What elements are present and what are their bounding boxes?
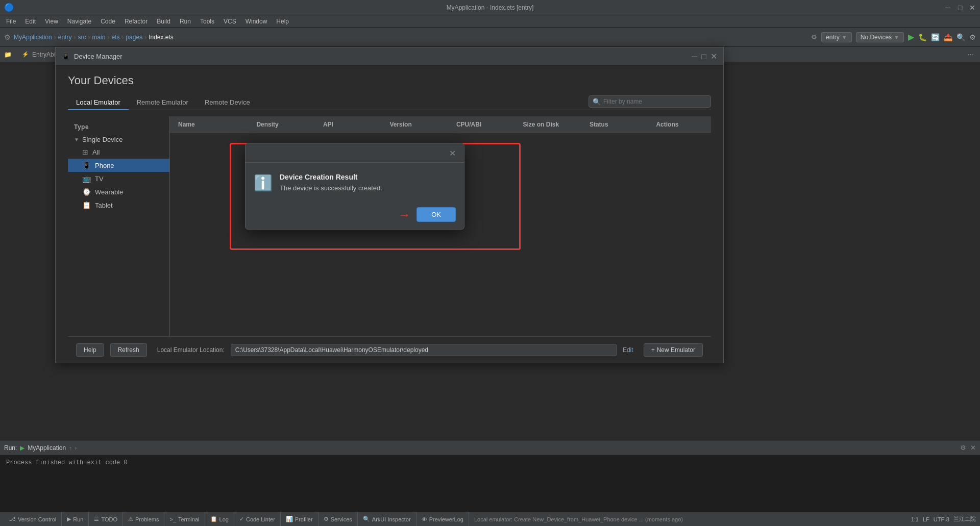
status-tab-todo[interactable]: ☰ TODO: [89, 512, 123, 526]
run-chevron-right-icon[interactable]: ›: [75, 445, 77, 451]
status-tab-previewer-log[interactable]: 👁 PreviewerLog: [416, 512, 469, 526]
title-bar-left: 🔵: [4, 3, 14, 12]
dialog-ok-button[interactable]: OK: [416, 207, 456, 222]
dm-tabs-area: Local Emulator Remote Emulator Remote De…: [68, 95, 711, 116]
arkui-inspector-label: ArkUI Inspector: [372, 516, 411, 522]
run-button[interactable]: ▶: [908, 32, 914, 42]
breadcrumb-src[interactable]: src: [78, 34, 86, 41]
breadcrumb-ets[interactable]: ets: [111, 34, 119, 41]
status-tab-problems[interactable]: ⚠ Problems: [123, 512, 164, 526]
edit-location-button[interactable]: Edit: [623, 346, 633, 354]
run-up-icon[interactable]: ↑: [69, 445, 72, 451]
device-selector-dropdown[interactable]: entry ▼: [821, 32, 852, 42]
menu-help[interactable]: Help: [272, 17, 293, 26]
run-header-right: ⚙ ✕: [960, 444, 976, 452]
col-actions: Actions: [652, 121, 707, 128]
maximize-button[interactable]: □: [957, 4, 964, 11]
profiler-icon: 📊: [286, 516, 293, 522]
breadcrumb-sep6: ›: [144, 34, 146, 41]
previewer-log-icon: 👁: [422, 516, 427, 522]
menu-file[interactable]: File: [2, 17, 20, 26]
run-play-icon[interactable]: ▶: [20, 444, 24, 452]
phone-icon: 📱: [82, 161, 91, 169]
tab-local-emulator[interactable]: Local Emulator: [68, 95, 129, 110]
menu-refactor[interactable]: Refactor: [120, 17, 152, 26]
settings-icon[interactable]: ⚙: [811, 33, 817, 41]
run-settings-icon[interactable]: ⚙: [960, 444, 966, 452]
tab-remote-device[interactable]: Remote Device: [197, 95, 258, 110]
col-api: API: [319, 121, 386, 128]
run-status-label: Run: [73, 516, 83, 522]
menu-code[interactable]: Code: [96, 17, 119, 26]
run-app-name: MyApplication: [28, 444, 66, 452]
sync-icon[interactable]: 🔄: [931, 33, 940, 41]
breadcrumb-sep3: ›: [88, 34, 90, 41]
filter-wrap: 🔍: [589, 95, 711, 108]
status-tab-services[interactable]: ⚙ Services: [318, 512, 358, 526]
breadcrumb-main[interactable]: main: [92, 34, 105, 41]
settings-gear-icon[interactable]: ⚙: [969, 33, 976, 41]
close-button[interactable]: ✕: [969, 4, 976, 11]
debug-button[interactable]: 🐛: [918, 33, 927, 41]
log-label: Log: [219, 516, 229, 522]
status-tab-run[interactable]: ▶ Run: [62, 512, 89, 526]
table-header: Name Density API Version CPU/ABI Size on…: [170, 116, 711, 133]
breadcrumb-entry[interactable]: entry: [58, 34, 72, 41]
menu-navigate[interactable]: Navigate: [63, 17, 95, 26]
dialog-close-button[interactable]: ✕: [449, 148, 456, 158]
type-item-all[interactable]: ⊞ All: [68, 145, 169, 159]
breadcrumb-pages[interactable]: pages: [126, 34, 142, 41]
type-item-tv[interactable]: 📺 TV: [68, 172, 169, 185]
status-tab-version-control[interactable]: ⎇ Version Control: [4, 512, 62, 526]
no-devices-dropdown[interactable]: No Devices ▼: [856, 32, 904, 42]
menu-view[interactable]: View: [41, 17, 62, 26]
status-tab-code-linter[interactable]: ✓ Code Linter: [234, 512, 281, 526]
run-content: Process finished with exit code 0: [0, 455, 980, 512]
type-group-single-device-label[interactable]: ▼ Single Device: [68, 134, 169, 145]
run-status-icon: ▶: [67, 516, 71, 522]
device-manager-close-btn[interactable]: ✕: [710, 52, 717, 61]
app-title: MyApplication - Index.ets [entry]: [447, 4, 534, 11]
type-item-phone[interactable]: 📱 Phone: [68, 159, 169, 172]
status-tabs: ⎇ Version Control ▶ Run ☰ TODO ⚠ Problem…: [4, 512, 469, 526]
more-tabs-icon[interactable]: ⋯: [963, 51, 978, 58]
deploy-icon[interactable]: 📤: [944, 33, 952, 41]
app-logo: 🔵: [4, 3, 14, 12]
new-emulator-label: New Emulator: [657, 346, 695, 354]
status-tab-profiler[interactable]: 📊 Profiler: [281, 512, 318, 526]
device-manager-title-text: Device Manager: [74, 53, 122, 60]
menu-tools[interactable]: Tools: [196, 17, 218, 26]
filter-input[interactable]: [589, 95, 711, 108]
tab-remote-emulator[interactable]: Remote Emulator: [129, 95, 197, 110]
toolbar-settings-icon[interactable]: ⚙: [4, 33, 11, 41]
type-header-label: Type: [74, 123, 89, 131]
breadcrumb-file[interactable]: Index.ets: [149, 34, 174, 41]
type-item-tablet[interactable]: 📋 Tablet: [68, 198, 169, 212]
menu-vcs[interactable]: VCS: [219, 17, 240, 26]
type-item-phone-label: Phone: [95, 162, 114, 169]
menu-build[interactable]: Build: [153, 17, 175, 26]
tab-project-icon[interactable]: 📁: [2, 51, 14, 58]
new-emulator-button[interactable]: + New Emulator: [644, 343, 703, 357]
run-header-left: Run: ▶ MyApplication ↑ ›: [4, 444, 77, 452]
minimize-button[interactable]: ─: [944, 4, 951, 11]
menu-edit[interactable]: Edit: [21, 17, 40, 26]
help-button[interactable]: Help: [76, 343, 104, 357]
version-control-label: Version Control: [18, 516, 56, 522]
status-tab-arkui-inspector[interactable]: 🔍 ArkUI Inspector: [358, 512, 416, 526]
status-tab-terminal[interactable]: >_ Terminal: [164, 512, 205, 526]
location-input[interactable]: [231, 344, 617, 356]
status-position: 1:1: [911, 516, 919, 522]
menu-window[interactable]: Window: [241, 17, 272, 26]
menu-run[interactable]: Run: [176, 17, 195, 26]
status-tab-log[interactable]: 📋 Log: [205, 512, 234, 526]
run-close-icon[interactable]: ✕: [970, 444, 976, 452]
breadcrumb-project[interactable]: MyApplication: [14, 34, 52, 41]
single-device-arrow-icon: ▼: [74, 137, 79, 142]
device-manager-minimize-btn[interactable]: ─: [692, 52, 697, 61]
search-icon[interactable]: 🔍: [957, 33, 965, 41]
device-manager-maximize-btn[interactable]: □: [701, 52, 706, 61]
run-header-label: Run:: [4, 444, 17, 452]
refresh-button[interactable]: Refresh: [110, 343, 147, 357]
type-item-wearable[interactable]: ⌚ Wearable: [68, 185, 169, 198]
